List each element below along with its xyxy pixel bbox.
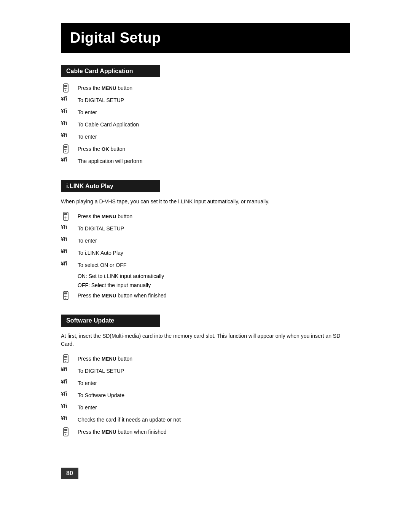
arrow-icon: ¥fi xyxy=(61,119,78,126)
step-text: Press the MENU button xyxy=(78,211,350,221)
svg-point-4 xyxy=(64,88,65,89)
svg-point-15 xyxy=(65,219,66,219)
svg-point-32 xyxy=(65,432,67,433)
step-text: To DIGITAL SETUP xyxy=(78,366,350,375)
step-text: To enter xyxy=(78,235,350,245)
step-text: Press the MENU button when finished xyxy=(78,290,350,300)
step-text: To i.LINK Auto Play xyxy=(78,248,350,257)
svg-point-2 xyxy=(65,88,67,89)
remote-icon xyxy=(61,427,78,437)
svg-point-14 xyxy=(65,217,67,218)
svg-rect-25 xyxy=(64,356,67,358)
svg-point-16 xyxy=(64,217,65,217)
step-item: Press the OK button xyxy=(61,144,350,154)
step-item: ¥fiTo i.LINK Auto Play xyxy=(61,248,350,258)
step-item: ¥fiTo Software Update xyxy=(61,390,350,401)
steps-list-cable-card: Press the MENU button¥fiTo DIGITAL SETUP… xyxy=(61,83,350,166)
svg-point-34 xyxy=(64,432,65,433)
step-text: Press the MENU button xyxy=(78,83,350,93)
step-item: ¥fiTo enter xyxy=(61,131,350,142)
step-item: ¥fiTo DIGITAL SETUP xyxy=(61,366,350,376)
section-header-text-cable-card: Cable Card Application xyxy=(66,68,133,74)
remote-icon xyxy=(61,83,78,93)
svg-point-35 xyxy=(67,432,67,433)
step-item: ¥fiChecks the card if it needs an update… xyxy=(61,414,350,425)
arrow-icon: ¥fi xyxy=(61,156,78,163)
section-ilink-auto-play: i.LINK Auto PlayWhen playing a D-VHS tap… xyxy=(61,180,350,301)
step-text: To enter xyxy=(78,131,350,141)
step-text: To enter xyxy=(78,378,350,387)
arrow-icon: ¥fi xyxy=(61,378,78,385)
step-text: To Software Update xyxy=(78,390,350,399)
svg-rect-19 xyxy=(64,292,67,294)
remote-icon xyxy=(61,144,78,154)
step-item: ¥fiTo enter xyxy=(61,107,350,118)
svg-point-22 xyxy=(64,296,65,297)
step-item: ¥fiThe application will perform xyxy=(61,156,350,166)
svg-rect-31 xyxy=(64,429,67,431)
section-description-ilink-auto-play: When playing a D-VHS tape, you can set i… xyxy=(61,198,350,206)
svg-point-8 xyxy=(65,149,67,150)
arrow-icon: ¥fi xyxy=(61,414,78,421)
arrow-icon: ¥fi xyxy=(61,223,78,230)
svg-point-10 xyxy=(64,149,65,150)
step-item: Press the MENU button xyxy=(61,83,350,93)
arrow-icon: ¥fi xyxy=(61,390,78,397)
step-item: ¥fiTo DIGITAL SETUP xyxy=(61,223,350,234)
svg-point-23 xyxy=(67,296,67,297)
step-text: To select ON or OFF xyxy=(78,260,350,269)
step-text: To enter xyxy=(78,402,350,412)
arrow-icon: ¥fi xyxy=(61,260,78,267)
page-container: Digital Setup Cable Card Application Pre… xyxy=(0,0,411,510)
step-text: To Cable Card Application xyxy=(78,119,350,129)
step-item: ¥fiTo select ON or OFF xyxy=(61,260,350,270)
arrow-icon: ¥fi xyxy=(61,366,78,372)
remote-icon xyxy=(61,290,78,301)
steps-list-software-update: Press the MENU button¥fiTo DIGITAL SETUP… xyxy=(61,353,350,437)
arrow-icon: ¥fi xyxy=(61,131,78,138)
section-software-update: Software UpdateAt first, insert the SD(M… xyxy=(61,315,350,437)
step-text: To DIGITAL SETUP xyxy=(78,95,350,104)
svg-point-5 xyxy=(67,88,67,89)
arrow-icon: ¥fi xyxy=(61,248,78,254)
sections-container: Cable Card Application Press the MENU bu… xyxy=(61,65,350,437)
step-item: ¥fiTo enter xyxy=(61,378,350,388)
step-item: Press the MENU button when finished xyxy=(61,290,350,301)
svg-point-28 xyxy=(64,359,65,360)
remote-icon xyxy=(61,353,78,364)
svg-point-20 xyxy=(65,296,67,297)
svg-point-26 xyxy=(65,359,67,360)
svg-point-21 xyxy=(65,297,66,298)
step-item: ¥fiTo Cable Card Application xyxy=(61,119,350,130)
section-description-software-update: At first, insert the SD(Multi-media) car… xyxy=(61,332,350,348)
step-text: Press the MENU button when finished xyxy=(78,427,350,436)
section-header-software-update: Software Update xyxy=(61,315,160,327)
arrow-icon: ¥fi xyxy=(61,95,78,102)
page-number-block: 80 xyxy=(61,468,350,479)
step-text: To DIGITAL SETUP xyxy=(78,223,350,233)
svg-point-29 xyxy=(67,359,67,360)
step-item: ¥fiTo enter xyxy=(61,235,350,246)
svg-point-9 xyxy=(65,151,66,152)
arrow-icon: ¥fi xyxy=(61,107,78,114)
page-title: Digital Setup xyxy=(70,30,161,46)
step-item: OFF: Select the input manually xyxy=(61,281,350,290)
page-number: 80 xyxy=(61,468,78,479)
steps-list-ilink-auto-play: Press the MENU button¥fiTo DIGITAL SETUP… xyxy=(61,211,350,301)
step-item: Press the MENU button xyxy=(61,353,350,364)
step-item: Press the MENU button xyxy=(61,211,350,222)
svg-point-11 xyxy=(67,149,67,150)
step-item: Press the MENU button when finished xyxy=(61,427,350,437)
arrow-icon: ¥fi xyxy=(61,235,78,242)
svg-point-17 xyxy=(67,217,67,217)
step-item: ON: Set to i.LINK input automatically xyxy=(61,272,350,281)
step-text: To enter xyxy=(78,107,350,117)
section-cable-card: Cable Card Application Press the MENU bu… xyxy=(61,65,350,166)
svg-point-3 xyxy=(65,90,66,91)
step-text: Checks the card if it needs an update or… xyxy=(78,414,350,424)
svg-rect-13 xyxy=(64,213,67,215)
svg-point-27 xyxy=(65,361,66,361)
page-title-block: Digital Setup xyxy=(61,23,350,53)
arrow-icon: ¥fi xyxy=(61,402,78,409)
section-header-cable-card: Cable Card Application xyxy=(61,65,160,77)
